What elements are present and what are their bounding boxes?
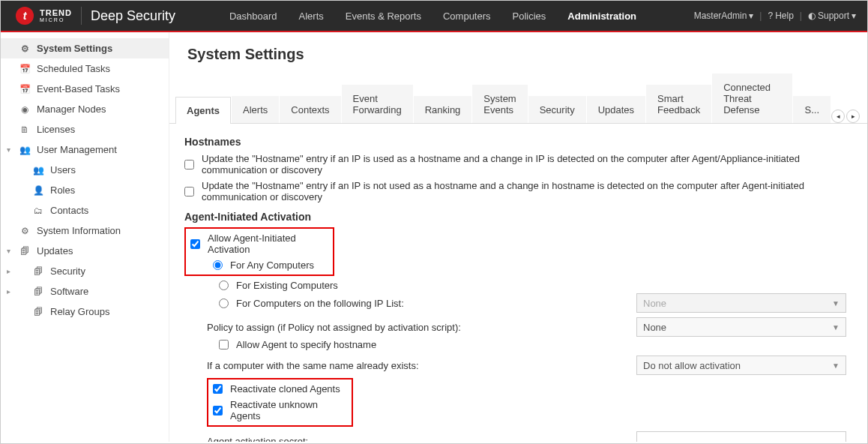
highlight-reactivate: Reactivate cloned Agents Reactivate unkn… (207, 378, 353, 427)
highlight-allow-activation: Allow Agent-Initiated Activation For Any… (184, 227, 334, 276)
user-menu[interactable]: MasterAdmin ▾ (694, 10, 754, 21)
caret-down-icon: ▼ (832, 323, 840, 332)
hostnames-name-change-checkbox[interactable] (184, 187, 194, 196)
sidebar-item-software[interactable]: ▸🗐Software (1, 281, 169, 302)
top-header: t TREND MICRO Deep Security Dashboard Al… (1, 1, 867, 32)
sidebar-item-event-based-tasks[interactable]: 📅Event-Based Tasks (1, 79, 169, 99)
support-icon: ◐ (808, 10, 816, 21)
allow-activation-checkbox[interactable] (190, 239, 200, 249)
for-iplist-radio[interactable] (219, 298, 229, 308)
tab-agents[interactable]: Agents (175, 97, 231, 124)
tab-connected-threat-defense[interactable]: Connected Threat Defense (712, 74, 792, 123)
tab-content: Hostnames Update the "Hostname" entry if… (169, 124, 867, 442)
sidebar-item-system-information[interactable]: ⚙System Information (1, 220, 169, 241)
tab-system-events[interactable]: System Events (472, 85, 527, 123)
nav-administration[interactable]: Administration (558, 1, 645, 32)
secret-label: Agent activation secret: (207, 436, 308, 442)
reactivate-cloned-label: Reactivate cloned Agents (230, 383, 340, 394)
brand-area: t TREND MICRO Deep Security (1, 1, 190, 31)
tab-alerts[interactable]: Alerts (232, 96, 279, 123)
for-existing-label: For Existing Computers (236, 280, 338, 291)
same-name-select[interactable]: Do not allow activation▼ (636, 356, 846, 375)
hostnames-ip-change-checkbox[interactable] (184, 160, 194, 170)
sidebar-item-scheduled-tasks[interactable]: 📅Scheduled Tasks (1, 58, 169, 79)
chevron-right-icon[interactable]: ▸ (7, 287, 14, 296)
hostnames-ip-change-label: Update the "Hostname" entry if an IP is … (202, 153, 852, 176)
allow-hostname-checkbox[interactable] (219, 340, 229, 350)
tab-updates[interactable]: Updates (587, 96, 645, 123)
help-link[interactable]: ? Help (768, 10, 793, 21)
for-existing-radio[interactable] (219, 280, 229, 290)
sidebar-item-relay-groups[interactable]: 🗐Relay Groups (1, 302, 169, 322)
policy-select[interactable]: None▼ (636, 317, 846, 337)
tab-smart-feedback[interactable]: Smart Feedback (646, 85, 711, 123)
sidebar-item-updates[interactable]: ▾🗐Updates (1, 241, 169, 261)
sidebar-item-licenses[interactable]: 🗎Licenses (1, 119, 169, 140)
doc-icon: 🗎 (19, 124, 31, 135)
stack-icon: 🗐 (32, 266, 44, 277)
roles-icon: 👤 (32, 185, 44, 196)
support-link[interactable]: ◐ Support ▾ (808, 10, 856, 21)
tab-scroll-right[interactable]: ▸ (846, 110, 860, 123)
main-area: System Settings Agents Alerts Contexts E… (169, 32, 867, 442)
tab-ranking[interactable]: Ranking (414, 96, 472, 123)
allow-hostname-label: Allow Agent to specify hostname (236, 339, 376, 350)
reactivate-cloned-checkbox[interactable] (213, 384, 223, 394)
sidebar-item-security[interactable]: ▸🗐Security (1, 261, 169, 281)
nav-computers[interactable]: Computers (434, 1, 500, 32)
main-nav: Dashboard Alerts Events & Reports Comput… (220, 1, 645, 32)
users-icon: 👥 (32, 165, 44, 176)
hostnames-heading: Hostnames (184, 136, 852, 148)
users-icon: 👥 (19, 145, 31, 155)
help-icon: ? (768, 10, 773, 21)
brand-text: TREND MICRO (40, 9, 72, 22)
caret-down-icon: ▾ (749, 10, 753, 21)
caret-down-icon: ▼ (832, 362, 840, 370)
sidebar-item-roles[interactable]: 👤Roles (1, 180, 169, 200)
brand-top: TREND (40, 9, 72, 17)
sidebar: ⚙System Settings 📅Scheduled Tasks 📅Event… (1, 32, 169, 442)
sidebar-item-user-management[interactable]: ▾👥User Management (1, 140, 169, 160)
reactivate-unknown-label: Reactivate unknown Agents (230, 399, 347, 422)
activation-heading: Agent-Initiated Activation (184, 211, 852, 223)
sidebar-item-contacts[interactable]: 🗂Contacts (1, 200, 169, 220)
nav-events-reports[interactable]: Events & Reports (337, 1, 430, 32)
caret-down-icon: ▼ (832, 299, 840, 308)
tab-security[interactable]: Security (528, 96, 586, 123)
page-title: System Settings (169, 32, 867, 74)
tab-scroll-controls: ◂ ▸ (831, 110, 860, 123)
nav-dashboard[interactable]: Dashboard (220, 1, 286, 32)
sidebar-item-system-settings[interactable]: ⚙System Settings (1, 38, 169, 58)
tab-contexts[interactable]: Contexts (280, 96, 340, 123)
tab-scroll-left[interactable]: ◂ (831, 110, 845, 123)
iplist-select[interactable]: None▼ (636, 293, 846, 313)
updates-icon: 🗐 (19, 246, 31, 256)
gear-icon: ⚙ (19, 44, 31, 54)
hostnames-name-change-label: Update the "Hostname" entry if an IP is … (202, 180, 852, 202)
reactivate-unknown-checkbox[interactable] (213, 406, 223, 416)
calendar-icon: 📅 (19, 64, 31, 74)
node-icon: ◉ (19, 104, 31, 115)
sidebar-item-users[interactable]: 👥Users (1, 160, 169, 180)
chevron-down-icon[interactable]: ▾ (7, 247, 14, 255)
for-any-radio[interactable] (213, 260, 223, 270)
info-icon: ⚙ (19, 226, 31, 236)
nav-alerts[interactable]: Alerts (290, 1, 333, 32)
nav-policies[interactable]: Policies (504, 1, 555, 32)
brand-divider (81, 7, 82, 25)
caret-down-icon: ▾ (852, 10, 856, 21)
chevron-down-icon[interactable]: ▾ (7, 146, 14, 154)
tab-overflow[interactable]: S... (793, 96, 831, 123)
tab-event-forwarding[interactable]: Event Forwarding (342, 85, 413, 123)
secret-input[interactable] (636, 431, 846, 442)
same-name-label: If a computer with the same name already… (207, 360, 419, 371)
for-iplist-label: For Computers on the following IP List: (236, 298, 404, 309)
calendar-icon: 📅 (19, 84, 31, 94)
allow-activation-label: Allow Agent-Initiated Activation (208, 232, 328, 255)
chevron-right-icon[interactable]: ▸ (7, 267, 14, 275)
policy-assign-label: Policy to assign (if Policy not assigned… (207, 322, 461, 333)
for-any-label: For Any Computers (230, 260, 314, 271)
tabs-row: Agents Alerts Contexts Event Forwarding … (169, 74, 867, 124)
stack-icon: 🗐 (32, 307, 44, 317)
sidebar-item-manager-nodes[interactable]: ◉Manager Nodes (1, 99, 169, 119)
